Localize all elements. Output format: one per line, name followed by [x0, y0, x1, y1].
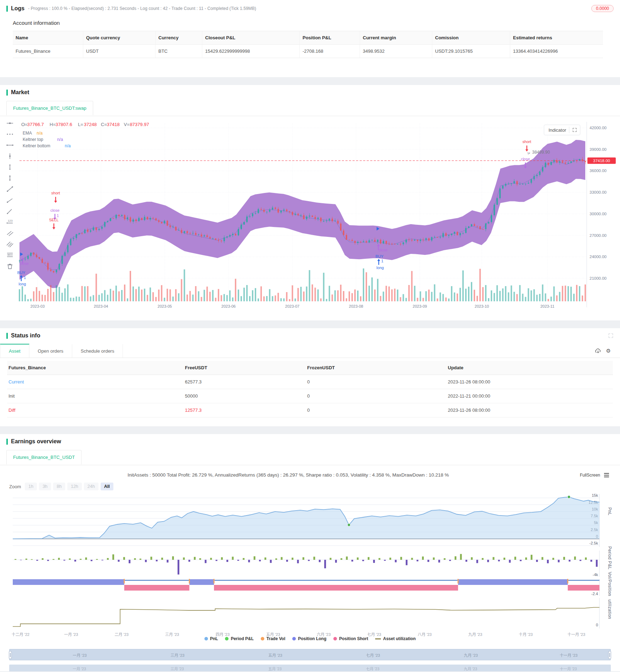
crosshair-line-icon[interactable]: .f{fill:currentColor;stroke:none} — [6, 120, 14, 127]
axis-label-utilization: utilization — [607, 599, 612, 619]
status-cell: 0 — [306, 403, 446, 417]
svg-text:37807.6: 37807.6 — [56, 122, 72, 127]
zoom-option-8h[interactable]: 8h — [53, 483, 65, 490]
fullscreen-button[interactable]: FullScreen — [580, 473, 609, 478]
market-chart[interactable]: .f{fill:currentColor;stroke:none}.f{fill… — [0, 116, 620, 314]
range-navigator[interactable]: 一月 '23三月 '23五月 '23七月 '23九月 '23十一月 '23 — [9, 649, 611, 660]
zoom-option-all[interactable]: All — [101, 483, 113, 490]
earnings-charts[interactable]: 15k12.5k10k7.5k5k2.5k0-2.5k -4k -2.4 0 十… — [0, 493, 620, 670]
status-row-label[interactable]: Diff — [7, 403, 184, 417]
status-table-row: Diff12577.302023-11-26 08:00:00 — [7, 403, 613, 417]
svg-text:1: 1 — [381, 259, 383, 263]
period-pnl-chart[interactable]: -4k — [0, 551, 620, 577]
x-tick: 2023-03 — [30, 304, 45, 308]
vertical-segment-icon[interactable]: .f{fill:currentColor;stroke:none} — [6, 164, 14, 171]
y-tick: 30000.00 — [590, 212, 607, 216]
x-tick: 2023-06 — [221, 304, 236, 308]
account-header-cell: Current margin — [360, 31, 432, 44]
zoom-option-3h[interactable]: 3h — [39, 483, 51, 490]
multi-channel-icon[interactable]: .f{fill:currentColor;stroke:none} — [6, 240, 14, 247]
pnl-marker — [568, 496, 570, 499]
indicator-button[interactable]: Indicator — [544, 125, 580, 135]
x-tick: 2023-11 — [540, 304, 554, 308]
zoom-option-1h[interactable]: 1h — [25, 483, 37, 490]
parallel-channel-icon[interactable]: .f{fill:currentColor;stroke:none} — [6, 229, 14, 237]
vertical-line-icon[interactable]: .f{fill:currentColor;stroke:none} — [6, 153, 14, 160]
status-row-label[interactable]: Current — [7, 375, 184, 389]
status-badge: 0.0000 — [591, 5, 614, 12]
legend-marker — [375, 638, 381, 639]
arrow-ray-icon[interactable]: .f{fill:currentColor;stroke:none} — [6, 207, 14, 215]
y-tick: 33000.00 — [590, 190, 607, 194]
trade-vol-mark — [189, 579, 190, 583]
legend-item-pnl[interactable]: PnL — [204, 636, 218, 641]
cloud-download-icon[interactable] — [595, 348, 601, 354]
account-header-cell: Comission — [432, 31, 510, 44]
status-table-row: Init5000002022-11-21 00:00:00 — [7, 389, 613, 403]
svg-text:37766.7: 37766.7 — [27, 122, 44, 127]
status-toolbar-icons: ⚙ — [595, 344, 620, 358]
indicator-button-label: Indicator — [548, 127, 566, 133]
status-section: Status info AssetOpen ordersSchedule ord… — [0, 328, 620, 426]
utilization-chart[interactable]: 0 — [0, 598, 620, 629]
svg-text:38499.90: 38499.90 — [532, 150, 550, 155]
market-section: Market Futures_Binance_BTC_USDT:swap .f{… — [0, 85, 620, 320]
status-row-label[interactable]: Init — [7, 389, 184, 403]
legend-item-position-long[interactable]: Position Long — [292, 636, 326, 641]
position-long-bar — [13, 579, 124, 585]
expand-icon[interactable] — [608, 333, 614, 338]
extended-line-icon[interactable]: .f{fill:currentColor;stroke:none} — [6, 175, 14, 182]
zoom-option-24h[interactable]: 24h — [84, 483, 98, 490]
navigator-label: 三月 '23 — [170, 652, 184, 658]
menu-icon[interactable] — [604, 473, 609, 478]
svg-text:close: close — [19, 261, 29, 266]
trash-icon[interactable]: .f{fill:currentColor;stroke:none} — [6, 262, 14, 269]
horizontal-scrollbar[interactable]: 一月 '23三月 '23五月 '23七月 '23九月 '23十一月 '23 — [9, 665, 611, 671]
pnl-chart[interactable]: 15k12.5k10k7.5k5k2.5k0-2.5k — [0, 493, 620, 548]
gear-icon[interactable]: ⚙ — [606, 348, 611, 354]
svg-text:1: 1 — [57, 213, 59, 218]
zoom-option-12h[interactable]: 12h — [67, 483, 82, 490]
account-table: NameQuote currencyCurrencyCloseout P&LPo… — [13, 31, 603, 58]
earnings-title: Earnings overview — [11, 438, 61, 445]
svg-text:-4k: -4k — [593, 573, 598, 577]
tab-open-orders[interactable]: Open orders — [29, 344, 72, 358]
navigator-right-handle[interactable] — [608, 651, 611, 659]
navigator-left-handle[interactable] — [9, 651, 12, 659]
status-table-header: Futures_BinanceFreeUSDTFrozenUSDTUpdate — [7, 361, 613, 375]
ray-icon[interactable]: .f{fill:currentColor;stroke:none} — [6, 197, 14, 204]
status-cell: 0 — [306, 389, 446, 403]
legend-item-period-p&l[interactable]: Period P&L — [225, 636, 254, 641]
legend-label: Position Short — [339, 636, 368, 641]
chart-legend: PnLPeriod P&LTrade VolPosition LongPosit… — [0, 636, 620, 641]
legend-label: Trade Vol — [266, 636, 285, 641]
pnl-marker — [348, 524, 350, 526]
legend-label: Position Long — [298, 636, 326, 641]
horizontal-lines-icon[interactable]: .f{fill:currentColor;stroke:none} — [6, 251, 14, 258]
dotted-line-icon[interactable]: .f{fill:currentColor;stroke:none} — [6, 131, 14, 138]
position-long-bar — [458, 579, 568, 585]
svg-text:H=: H= — [50, 122, 56, 127]
x-tick: 2023-10 — [475, 304, 489, 308]
legend-item-position-short[interactable]: Position Short — [333, 636, 368, 641]
tab-schedule-orders[interactable]: Schedule orders — [72, 344, 123, 358]
candlestick-chart-svg[interactable]: 37418.0042000.0039000.0036000.0033000.00… — [0, 116, 620, 314]
segment-icon[interactable]: .f{fill:currentColor;stroke:none} — [6, 142, 14, 149]
pnl-area — [13, 497, 599, 539]
svg-text:SELL: SELL — [49, 218, 59, 222]
tab-asset[interactable]: Asset — [0, 344, 29, 358]
tab-earnings-symbol[interactable]: Futures_Binance_BTC_USDT — [6, 450, 81, 465]
status-cell: 12577.3 — [184, 403, 306, 417]
trend-line-icon[interactable]: .f{fill:currentColor;stroke:none} — [6, 186, 14, 193]
account-header-cell: Currency — [156, 31, 202, 44]
measure-123-icon[interactable]: .f{fill:currentColor;stroke:none}123 — [6, 218, 14, 226]
legend-item-trade-vol[interactable]: Trade Vol — [261, 636, 285, 641]
volume-bars — [19, 268, 586, 301]
legend-item-asset-utilization[interactable]: Asset utilization — [375, 636, 416, 641]
fullscreen-icon[interactable] — [572, 127, 577, 132]
svg-text:Keltner bottom: Keltner bottom — [23, 143, 50, 148]
keltner-band — [19, 140, 585, 288]
vol-position-chart[interactable]: -2.4 — [0, 579, 620, 597]
navigator-label: 一月 '23 — [73, 652, 86, 658]
tab-market-symbol[interactable]: Futures_Binance_BTC_USDT:swap — [6, 101, 93, 115]
